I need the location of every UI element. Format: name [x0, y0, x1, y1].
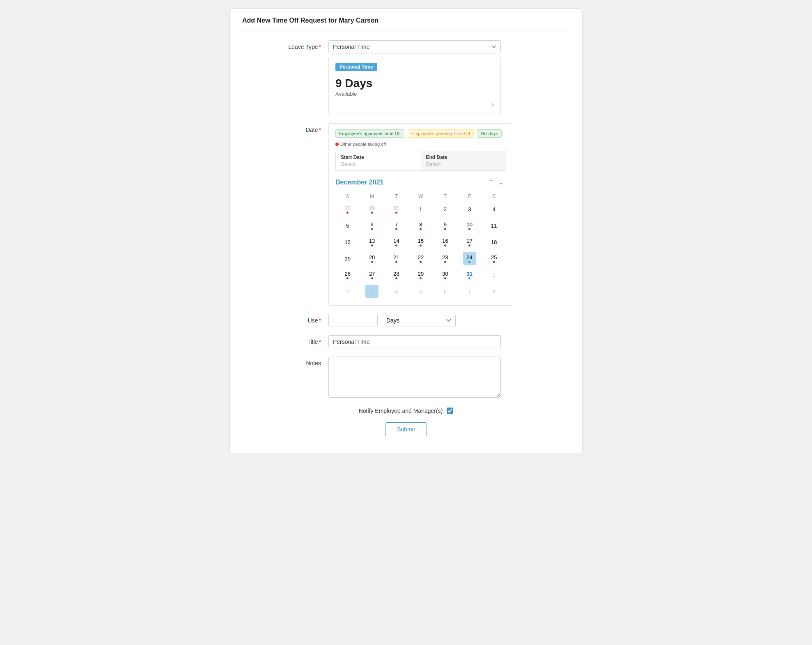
calendar-day[interactable]: 6	[438, 285, 452, 298]
weekday-mon: M	[360, 192, 384, 201]
end-date-box[interactable]: End Date Select	[421, 151, 507, 171]
dot-row	[371, 228, 373, 230]
calendar-day[interactable]: 12	[341, 235, 354, 249]
calendar-day[interactable]: 7	[463, 285, 476, 298]
calendar-cell: 20	[360, 250, 384, 267]
notify-checkbox[interactable]	[447, 408, 453, 414]
dot-row	[420, 228, 422, 230]
calendar-day[interactable]: 27	[365, 268, 378, 281]
end-date-value: Select	[426, 161, 501, 167]
calendar-day[interactable]: 15	[414, 235, 427, 249]
calendar-cell: 14	[384, 234, 408, 250]
calendar-day[interactable]: 19	[341, 252, 354, 265]
weekday-sat: S	[482, 192, 506, 201]
calendar-cell: 31	[457, 267, 482, 283]
calendar-day[interactable]: 8	[487, 285, 500, 298]
title-input[interactable]	[328, 335, 501, 348]
calendar-day[interactable]: 1	[487, 268, 500, 281]
calendar-day[interactable]: 30	[438, 268, 452, 281]
purple-dot	[444, 261, 446, 263]
calendar-day[interactable]: 24	[463, 252, 476, 265]
calendar-day[interactable]: 10	[463, 219, 476, 232]
calendar-day[interactable]: 17	[463, 235, 476, 249]
calendar-day[interactable]: 4	[487, 203, 500, 216]
calendar-cell: 26	[335, 267, 360, 283]
notes-control	[328, 357, 570, 399]
dot-row	[346, 212, 349, 214]
weekday-thu: T	[433, 192, 457, 201]
calendar-cell: 30	[384, 201, 408, 217]
calendar-day[interactable]: 5	[414, 285, 427, 298]
calendar-day[interactable]: 14	[390, 235, 403, 249]
page-title: Add New Time Off Request for Mary Carson	[242, 17, 570, 30]
calendar-day[interactable]: 4	[390, 285, 403, 298]
use-number-input[interactable]	[328, 314, 378, 327]
calendar-row: 19202122232425	[335, 250, 506, 267]
calendar-day[interactable]: 26	[341, 268, 354, 281]
start-date-box[interactable]: Start Date Select	[335, 151, 421, 171]
legend-other-row: Other people taking off	[335, 142, 506, 147]
calendar-day[interactable]: 1	[414, 203, 427, 216]
submit-button[interactable]: Submit	[385, 422, 427, 436]
calendar-day[interactable]: 25	[487, 252, 500, 265]
calendar-day[interactable]: 13	[365, 235, 378, 249]
legend-approved: Employee's approved Time Off	[335, 129, 404, 138]
calendar-day[interactable]: 5	[341, 219, 354, 232]
calendar-day[interactable]: 2	[438, 203, 452, 216]
calendar-day[interactable]: 11	[487, 219, 500, 232]
dot-row	[395, 277, 397, 279]
calendar-cell: 18	[482, 234, 506, 250]
calendar-cell: 5	[335, 217, 360, 234]
calendar-row: 567891011	[335, 217, 506, 234]
dot-row	[371, 212, 373, 214]
purple-dot	[346, 277, 349, 279]
purple-dot	[395, 244, 397, 246]
chevron-right-icon[interactable]: ›	[491, 100, 494, 109]
calendar-day[interactable]: 8	[414, 219, 427, 232]
purple-dot	[468, 228, 470, 230]
calendar-cell: 3	[457, 201, 482, 217]
calendar-day[interactable]: 22	[414, 252, 427, 265]
calendar-day[interactable]: 18	[487, 235, 500, 249]
purple-dot	[420, 228, 422, 230]
weekday-wed: W	[408, 192, 433, 201]
start-date-label: Start Date	[341, 154, 416, 160]
calendar-next-btn[interactable]: ⌄	[496, 177, 506, 188]
dot-row	[395, 244, 397, 246]
calendar-day[interactable]: 29	[365, 203, 378, 216]
calendar-day[interactable]: 6	[365, 219, 378, 232]
notes-textarea[interactable]	[328, 357, 501, 398]
calendar-day[interactable]: 31	[463, 268, 476, 281]
calendar-prev-btn[interactable]: ⌃	[486, 177, 496, 188]
calendar-day[interactable]: 30	[390, 203, 403, 216]
calendar-day[interactable]: 3	[463, 203, 476, 216]
calendar-day[interactable]: 16	[438, 235, 452, 249]
weekday-sun: S	[335, 192, 360, 201]
purple-dot	[420, 261, 422, 263]
weekday-fri: F	[457, 192, 482, 201]
calendar-cell: 9	[433, 217, 457, 234]
notify-label: Notify Employee and Manager(s)	[359, 408, 443, 414]
calendar-cell: 24	[457, 250, 482, 267]
end-date-label: End Date	[426, 154, 501, 160]
days-unit-select[interactable]: Days Hours	[382, 314, 456, 327]
calendar-cell: 6	[433, 283, 457, 299]
calendar-day[interactable]: 28	[390, 268, 403, 281]
date-picker-row: Start Date Select End Date Select	[335, 151, 506, 171]
calendar-day[interactable]: 20	[365, 252, 378, 265]
calendar-day[interactable]: 2	[341, 285, 354, 298]
calendar-day[interactable]: 23	[438, 252, 452, 265]
calendar-day[interactable]: 3	[365, 285, 378, 298]
days-available: Available	[335, 91, 494, 97]
purple-dot	[444, 228, 446, 230]
calendar-day[interactable]: 7	[390, 219, 403, 232]
dot-row	[468, 261, 470, 263]
calendar-cell: 19	[335, 250, 360, 267]
calendar-day[interactable]: 29	[414, 268, 427, 281]
calendar-day[interactable]: 9	[438, 219, 452, 232]
dot-row	[420, 277, 422, 279]
calendar-cell: 12	[335, 234, 360, 250]
calendar-day[interactable]: 28	[341, 203, 354, 216]
leave-type-select[interactable]: Personal Time Vacation Sick Leave Other	[328, 40, 501, 53]
calendar-day[interactable]: 21	[390, 252, 403, 265]
